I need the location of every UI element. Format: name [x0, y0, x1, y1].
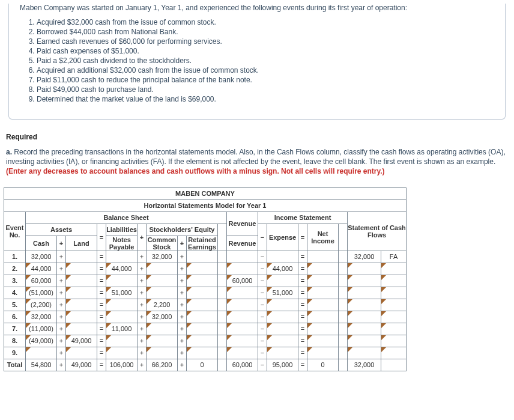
hdr-plus2: +	[178, 236, 187, 251]
notes-payable-cell[interactable]	[106, 347, 138, 359]
common-stock-cell[interactable]	[147, 323, 178, 335]
notes-payable-cell[interactable]	[106, 311, 138, 323]
op-cell	[339, 323, 348, 335]
common-stock-cell[interactable]	[147, 275, 178, 287]
op-cell	[218, 347, 227, 359]
op-cell: =	[97, 335, 106, 347]
net-income-cell[interactable]	[307, 335, 339, 347]
cash-flow-activity[interactable]	[381, 299, 407, 311]
net-income-cell[interactable]	[307, 263, 339, 275]
land-cell[interactable]	[66, 287, 97, 299]
revenue-cell[interactable]	[227, 287, 258, 299]
row-label: 5.	[4, 299, 26, 311]
required-label: a.	[6, 148, 12, 156]
cash-cell[interactable]: 32,000	[26, 311, 57, 323]
op-cell: =	[298, 251, 307, 263]
revenue-cell[interactable]	[227, 335, 258, 347]
expense-cell[interactable]: 44,000	[267, 263, 298, 275]
cash-flow-activity[interactable]	[381, 347, 407, 359]
cash-flow-amount[interactable]	[348, 299, 381, 311]
cash-flow-activity[interactable]	[381, 335, 407, 347]
expense-cell[interactable]	[267, 311, 298, 323]
events-list: Acquired $32,000 cash from the issue of …	[37, 18, 494, 103]
common-stock-cell[interactable]: 2,200	[147, 299, 178, 311]
common-stock-cell[interactable]	[147, 347, 178, 359]
revenue-cell[interactable]	[227, 299, 258, 311]
land-cell[interactable]	[66, 299, 97, 311]
common-stock-cell[interactable]	[147, 335, 178, 347]
notes-payable-cell[interactable]	[106, 335, 138, 347]
cash-flow-amount[interactable]	[348, 287, 381, 299]
cash-cell[interactable]: (51,000)	[26, 287, 57, 299]
cash-flow-activity[interactable]	[381, 311, 407, 323]
cash-flow-amount[interactable]	[348, 275, 381, 287]
cash-cell[interactable]: (11,000)	[26, 323, 57, 335]
cash-flow-amount[interactable]	[348, 311, 381, 323]
notes-payable-cell[interactable]	[106, 275, 138, 287]
cash-flow-activity[interactable]	[381, 323, 407, 335]
cash-cell[interactable]	[26, 347, 57, 359]
event-item: Borrowed $44,000 cash from National Bank…	[37, 28, 494, 36]
land-cell[interactable]: 49,000	[66, 335, 97, 347]
cash-flow-amount[interactable]	[348, 335, 381, 347]
revenue-cell[interactable]	[227, 311, 258, 323]
net-income-cell[interactable]	[307, 323, 339, 335]
notes-payable-cell[interactable]	[106, 299, 138, 311]
net-income-cell[interactable]	[307, 275, 339, 287]
notes-payable-cell[interactable]: 11,000	[106, 323, 138, 335]
required-text: a. Record the preceding transactions in …	[6, 147, 508, 177]
expense-cell[interactable]	[267, 275, 298, 287]
land-cell[interactable]	[66, 323, 97, 335]
op-cell: =	[97, 347, 106, 359]
cash-flow-activity[interactable]	[381, 287, 407, 299]
cash-flow-activity[interactable]	[381, 263, 407, 275]
retained-earnings-cell[interactable]	[187, 323, 218, 335]
cash-flow-activity[interactable]	[381, 275, 407, 287]
cash-cell[interactable]: (49,000)	[26, 335, 57, 347]
net-income-cell[interactable]	[307, 287, 339, 299]
land-cell[interactable]	[66, 311, 97, 323]
op-cell: =	[97, 311, 106, 323]
common-stock-cell[interactable]	[147, 287, 178, 299]
expense-cell[interactable]	[267, 347, 298, 359]
land-cell[interactable]	[66, 263, 97, 275]
retained-earnings-cell[interactable]	[187, 299, 218, 311]
hdr-revenue: Revenue	[227, 212, 258, 236]
cash-flow-amount[interactable]	[348, 263, 381, 275]
cash-cell[interactable]: (2,200)	[26, 299, 57, 311]
notes-payable-cell[interactable]: 51,000	[106, 287, 138, 299]
notes-payable-cell[interactable]: 44,000	[106, 263, 138, 275]
op-cell	[218, 311, 227, 323]
retained-earnings-cell[interactable]	[187, 275, 218, 287]
net-income-cell[interactable]	[307, 311, 339, 323]
cash-flow-amount[interactable]	[348, 323, 381, 335]
expense-cell[interactable]	[267, 299, 298, 311]
retained-earnings-cell[interactable]	[187, 263, 218, 275]
op-cell: +	[138, 263, 147, 275]
retained-earnings-cell[interactable]	[187, 335, 218, 347]
revenue-cell[interactable]	[227, 347, 258, 359]
retained-earnings-cell[interactable]	[187, 311, 218, 323]
op-cell: −	[258, 299, 267, 311]
cash-cell[interactable]: 60,000	[26, 275, 57, 287]
revenue-cell[interactable]: 60,000	[227, 275, 258, 287]
op-cell: +	[57, 299, 66, 311]
cash-cell[interactable]: 44,000	[26, 263, 57, 275]
retained-earnings-cell[interactable]	[187, 287, 218, 299]
expense-cell[interactable]	[267, 335, 298, 347]
net-income-cell[interactable]	[307, 299, 339, 311]
revenue-cell[interactable]	[227, 323, 258, 335]
common-stock-cell: 66,200	[147, 359, 178, 371]
revenue-cell[interactable]	[227, 263, 258, 275]
land-cell[interactable]	[66, 275, 97, 287]
op-cell: +	[138, 287, 147, 299]
expense-cell[interactable]: 51,000	[267, 287, 298, 299]
net-income-cell[interactable]	[307, 347, 339, 359]
retained-earnings-cell[interactable]	[187, 347, 218, 359]
cash-flow-amount[interactable]	[348, 347, 381, 359]
table-row: 3.60,000+=++60,000−=	[4, 275, 407, 287]
land-cell[interactable]	[66, 347, 97, 359]
expense-cell[interactable]	[267, 323, 298, 335]
common-stock-cell[interactable]: 32,000	[147, 311, 178, 323]
common-stock-cell[interactable]	[147, 263, 178, 275]
